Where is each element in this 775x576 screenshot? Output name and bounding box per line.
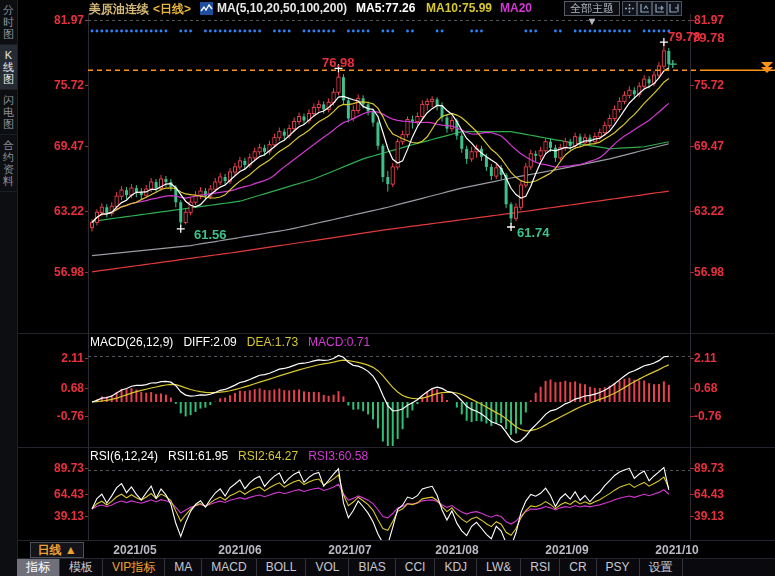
toolbar-item-LW&[interactable]: LW&: [477, 559, 521, 576]
axis-label: 81.97: [22, 13, 84, 27]
rsi1-value: RSI1:61.95: [168, 449, 228, 463]
macd-dea-value: DEA:1.73: [247, 335, 298, 349]
toolbar-item-CCI[interactable]: CCI: [396, 559, 436, 576]
date-label: 2021/07: [328, 543, 371, 557]
reset-scale-icon[interactable]: [667, 1, 682, 16]
axis-label: 56.98: [22, 265, 84, 279]
ma-overlay-label: MA(5,10,20,50,100,200): [217, 1, 347, 15]
toolbar-item-KDJ[interactable]: KDJ: [435, 559, 477, 576]
toolbar-item-RSI[interactable]: RSI: [521, 559, 560, 576]
sidebar-tab-分时图[interactable]: 分时图: [0, 0, 17, 45]
axis-label: -0.76: [694, 409, 721, 423]
indicator-toolbar: 指标模板VIP指标MAMACDBOLLVOLBIASCCIKDJLW&RSICR…: [17, 558, 775, 576]
date-label: 2021/06: [218, 543, 261, 557]
axis-label: 39.13: [694, 509, 724, 523]
chart-canvas[interactable]: [0, 0, 775, 576]
date-label: 2021/08: [435, 543, 478, 557]
axis-label: 63.22: [22, 204, 84, 218]
rsi2-value: RSI2:64.27: [238, 449, 298, 463]
axis-label: 89.73: [22, 461, 84, 475]
trading-app-window: 分时图K线图闪电图合约资料 美原油连续 <日线> MA(5,10,20,50,1…: [0, 0, 775, 576]
macd-diff-value: DIFF:2.09: [183, 335, 236, 349]
ma10-value: MA10:75.99: [426, 1, 492, 15]
y-axis-scale-icon[interactable]: [637, 1, 652, 16]
toolbar-item-BOLL[interactable]: BOLL: [257, 559, 307, 576]
indicator-logo-icon: [200, 2, 213, 18]
toolbar-item-CR[interactable]: CR: [560, 559, 596, 576]
axis-label: 75.72: [22, 78, 84, 92]
symbol-name[interactable]: 美原油连续: [89, 1, 149, 18]
date-label: 2021/05: [113, 543, 156, 557]
axis-label: 0.68: [22, 381, 84, 395]
toolbar-item-BIAS[interactable]: BIAS: [349, 559, 395, 576]
axis-label: 39.13: [22, 509, 84, 523]
left-sidebar: 分时图K线图闪电图合约资料: [0, 0, 18, 576]
axis-label: 0.68: [694, 381, 717, 395]
axis-label: 56.98: [694, 265, 724, 279]
date-label: 2021/10: [655, 543, 698, 557]
period-selector-button[interactable]: 日线 ▲: [30, 542, 84, 558]
current-price-label: 79.78: [692, 30, 725, 45]
july-high-annotation: 76.98: [322, 55, 355, 70]
toolbar-item-PSY[interactable]: PSY: [597, 559, 640, 576]
pan-crosshair-icon[interactable]: [622, 1, 637, 16]
may-low-annotation: 61.56: [194, 227, 227, 242]
axis-label: -0.76: [22, 409, 84, 423]
macd-value: MACD:0.71: [308, 335, 370, 349]
rsi-name: RSI(6,12,24): [90, 449, 158, 463]
axis-label: 81.97: [694, 13, 724, 27]
toolbar-item-设置[interactable]: 设置: [640, 559, 683, 576]
sidebar-tab-闪电图[interactable]: 闪电图: [0, 90, 17, 135]
axis-label: 89.73: [694, 461, 724, 475]
ma20-value: MA20: [500, 1, 532, 15]
toolbar-item-MA[interactable]: MA: [165, 559, 202, 576]
axis-label: 69.47: [22, 139, 84, 153]
macd-name: MACD(26,12,9): [90, 335, 173, 349]
toolbar-item-模板[interactable]: 模板: [60, 559, 103, 576]
axis-label: 64.43: [694, 487, 724, 501]
axis-label: 75.72: [694, 78, 724, 92]
toolbar-item-MACD[interactable]: MACD: [202, 559, 256, 576]
x-axis-scale-icon[interactable]: [652, 1, 667, 16]
sidebar-tab-合约资料[interactable]: 合约资料: [0, 135, 17, 192]
sidebar-tab-K线图[interactable]: K线图: [0, 45, 17, 90]
date-label: 2021/09: [545, 543, 588, 557]
toolbar-item-VOL[interactable]: VOL: [306, 559, 349, 576]
axis-label: 2.11: [22, 351, 84, 365]
axis-label: 2.11: [694, 351, 717, 365]
rsi3-value: RSI3:60.58: [308, 449, 368, 463]
axis-label: 63.22: [694, 204, 724, 218]
aug-low-annotation: 61.74: [517, 225, 550, 240]
macd-panel-header: MACD(26,12,9)DIFF:2.09DEA:1.73MACD:0.71: [90, 335, 380, 349]
axis-label: 64.43: [22, 487, 84, 501]
axis-label: 69.47: [694, 139, 724, 153]
rsi-panel-header: RSI(6,12,24)RSI1:61.95RSI2:64.27RSI3:60.…: [90, 449, 378, 463]
toolbar-item-VIP指标[interactable]: VIP指标: [103, 559, 165, 576]
theme-dropdown[interactable]: 全部主题▼: [564, 1, 620, 16]
latest-price-marker-icon[interactable]: [761, 62, 774, 75]
period-label[interactable]: <日线>: [153, 1, 191, 18]
toolbar-item-指标[interactable]: 指标: [17, 559, 60, 576]
ma5-value: MA5:77.26: [356, 1, 415, 15]
